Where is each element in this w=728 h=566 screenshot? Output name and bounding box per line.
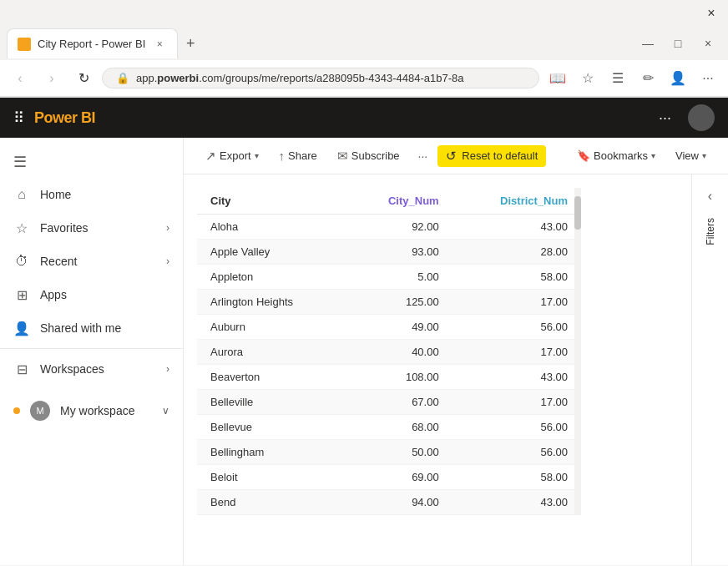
table-row: Beaverton108.0043.00 [197, 365, 581, 390]
bookmarks-chevron-icon: ▾ [651, 151, 655, 160]
cell-city-num: 49.00 [346, 315, 452, 340]
sidebar-item-workspaces[interactable]: ⊟ Workspaces › [0, 352, 183, 386]
right-panel: ‹ Filters [691, 174, 728, 565]
table-row: Bellingham50.0056.00 [197, 440, 581, 465]
table-row: Bellevue68.0056.00 [197, 415, 581, 440]
my-workspace-item[interactable]: M My workspace ∨ [0, 392, 183, 429]
cell-district-num: 17.00 [452, 340, 581, 365]
cell-city-num: 50.00 [346, 440, 452, 465]
sidebar-shared-label: Shared with me [40, 321, 169, 335]
view-button[interactable]: View ▾ [667, 146, 715, 165]
cell-city: Aurora [197, 340, 346, 365]
forward-button[interactable]: › [38, 65, 65, 92]
table-row: Belleville67.0017.00 [197, 390, 581, 415]
cell-district-num: 43.00 [452, 215, 581, 240]
workspace-chevron-icon: ∨ [162, 405, 169, 417]
cell-city-num: 94.00 [346, 490, 452, 515]
address-input[interactable]: 🔒 app.powerbi.com/groups/me/reports/a288… [102, 68, 539, 88]
main-area: ☰ ⌂ Home ☆ Favorites › ⏱ Recent › [0, 138, 728, 565]
header-more-button[interactable]: ··· [652, 106, 678, 130]
cell-city-num: 93.00 [346, 240, 452, 265]
browser-menu-icon[interactable]: ☰ [604, 65, 631, 92]
address-suffix: .com/groups/me/reports/a288095b-4343-448… [199, 72, 463, 84]
cell-city: Belleville [197, 390, 346, 415]
tab-title: City Report - Power BI [38, 38, 145, 50]
toolbar-more-button[interactable]: ··· [412, 146, 435, 166]
cell-city: Auburn [197, 315, 346, 340]
reset-to-default-button[interactable]: ↺ Reset to default [437, 145, 546, 167]
sidebar-recent-label: Recent [40, 255, 156, 268]
back-button[interactable]: ‹ [7, 65, 33, 92]
cell-city: Apple Valley [197, 240, 346, 265]
browser-more-icon[interactable]: ··· [695, 65, 721, 92]
app-logo: Power BI [34, 109, 95, 127]
export-chevron-icon: ▾ [255, 151, 259, 160]
workspaces-icon: ⊟ [13, 361, 30, 377]
filters-label[interactable]: Filters [705, 218, 716, 245]
table-scrollbar[interactable] [574, 188, 581, 515]
maximize-button[interactable]: □ [665, 30, 691, 57]
sidebar: ☰ ⌂ Home ☆ Favorites › ⏱ Recent › [0, 138, 184, 565]
apps-icon: ⊞ [13, 286, 30, 303]
share-label: Share [288, 149, 317, 162]
cell-city: Arlington Heights [197, 290, 346, 315]
sidebar-item-shared[interactable]: 👤 Shared with me [0, 311, 183, 345]
cell-district-num: 58.00 [452, 465, 581, 490]
sidebar-item-recent[interactable]: ⏱ Recent › [0, 245, 183, 278]
account-icon[interactable]: 👤 [665, 65, 691, 92]
title-bar: × [0, 0, 728, 27]
cell-city-num: 40.00 [346, 340, 452, 365]
address-bar: ‹ › ↻ 🔒 app.powerbi.com/groups/me/report… [0, 60, 728, 97]
col-city-header: City [197, 188, 346, 215]
hamburger-icon: ☰ [13, 153, 30, 169]
reset-icon: ↺ [446, 149, 457, 164]
tab-close-button[interactable]: × [152, 37, 167, 52]
workspace-label: My workspace [60, 404, 152, 417]
reset-label: Reset to default [462, 149, 538, 162]
share-button[interactable]: ↑ Share [270, 145, 326, 166]
new-tab-button[interactable]: + [178, 31, 203, 56]
address-text: app.powerbi.com/groups/me/reports/a28809… [136, 72, 463, 84]
content-area: ↗ Export ▾ ↑ Share ✉ Subscribe ··· ↺ Res… [184, 138, 728, 565]
col-city-num-header: City_Num [346, 188, 452, 215]
reader-mode-icon[interactable]: 📖 [544, 65, 571, 92]
recent-icon: ⏱ [13, 253, 30, 270]
cell-district-num: 28.00 [452, 240, 581, 265]
user-avatar[interactable] [688, 104, 715, 131]
view-label: View [675, 149, 699, 162]
titlebar-close-button[interactable]: × [701, 3, 721, 23]
table-row: Bend94.0043.00 [197, 490, 581, 515]
cell-city-num: 125.00 [346, 290, 452, 315]
waffle-menu-icon[interactable]: ⠿ [13, 109, 24, 127]
cell-district-num: 43.00 [452, 365, 581, 390]
browser-tab[interactable]: City Report - Power BI × [7, 28, 178, 58]
table-scrollbar-thumb[interactable] [574, 196, 581, 230]
bookmarks-button[interactable]: 🔖 Bookmarks ▾ [569, 146, 664, 165]
tab-powerbi-icon [18, 38, 31, 51]
workspace-dot [13, 407, 20, 414]
panel-collapse-button[interactable]: ‹ [695, 181, 725, 211]
sidebar-item-home[interactable]: ⌂ Home [0, 178, 183, 211]
cell-city-num: 67.00 [346, 390, 452, 415]
sidebar-apps-label: Apps [40, 288, 169, 301]
favorites-chevron-icon: › [166, 222, 169, 234]
data-table-wrapper: City City_Num District_Num Aloha92.0043.… [197, 188, 581, 515]
lock-icon: 🔒 [116, 72, 129, 84]
sidebar-item-apps[interactable]: ⊞ Apps [0, 278, 183, 311]
sidebar-toggle[interactable]: ☰ [0, 144, 183, 178]
edit-icon[interactable]: ✏ [634, 65, 661, 92]
subscribe-label: Subscribe [351, 149, 400, 162]
sidebar-item-favorites[interactable]: ☆ Favorites › [0, 211, 183, 245]
recent-chevron-icon: › [166, 255, 169, 267]
refresh-button[interactable]: ↻ [70, 65, 97, 92]
window-close-button[interactable]: × [695, 30, 721, 57]
cell-city-num: 69.00 [346, 465, 452, 490]
export-button[interactable]: ↗ Export ▾ [197, 145, 267, 167]
minimize-button[interactable]: — [634, 30, 661, 57]
subscribe-button[interactable]: ✉ Subscribe [329, 145, 408, 167]
tab-bar: City Report - Power BI × + — □ × [0, 27, 728, 60]
subscribe-icon: ✉ [337, 149, 348, 164]
table-row: Auburn49.0056.00 [197, 315, 581, 340]
favorites-icon[interactable]: ☆ [574, 65, 601, 92]
table-header: City City_Num District_Num [197, 188, 581, 215]
